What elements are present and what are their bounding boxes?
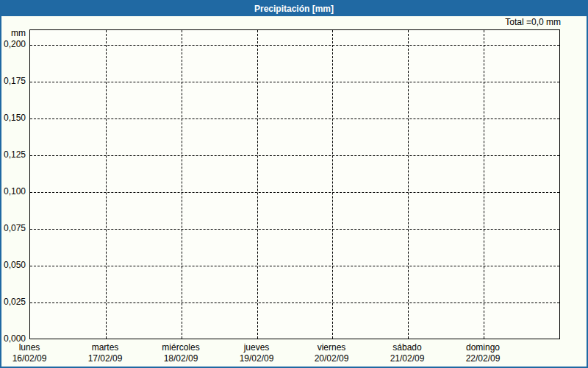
x-gridline <box>332 30 333 339</box>
y-gridline <box>30 82 559 82</box>
chart-title-bar: Precipitación [mm] <box>1 1 587 16</box>
y-gridline <box>30 192 559 193</box>
x-gridline <box>257 30 258 339</box>
x-day-label: sábado <box>390 342 425 353</box>
y-tick-label: 0,075 <box>1 223 27 233</box>
chart-area: Total =0,0 mm mm 0,0000,0250,0500,0750,1… <box>1 16 587 367</box>
x-day-label: viernes <box>315 342 349 353</box>
x-day-label: domingo <box>466 342 501 353</box>
x-gridline <box>182 30 182 339</box>
x-date-label: 20/02/09 <box>315 353 349 364</box>
y-gridline <box>30 155 559 156</box>
y-tick-label: 0,200 <box>1 39 27 49</box>
y-gridline <box>30 229 559 230</box>
y-tick-label: 0,150 <box>1 113 27 123</box>
y-gridline <box>30 266 559 266</box>
total-label: Total =0,0 mm <box>505 17 561 27</box>
x-day-label: jueves <box>240 342 274 353</box>
x-date-label: 21/02/09 <box>390 353 425 364</box>
x-gridline <box>484 30 484 339</box>
x-day-label: miércoles <box>162 342 199 353</box>
x-tick-label: jueves19/02/09 <box>240 341 274 364</box>
y-gridline <box>30 302 559 303</box>
y-tick-label: 0,025 <box>1 297 27 307</box>
plot-area <box>29 29 560 339</box>
x-date-label: 22/02/09 <box>466 353 501 364</box>
y-tick-label: 0,050 <box>1 260 27 270</box>
x-axis: lunes16/02/09martes17/02/09miércoles18/0… <box>29 341 560 366</box>
x-gridline <box>408 30 409 339</box>
x-date-label: 17/02/09 <box>88 353 123 364</box>
chart-title: Precipitación [mm] <box>254 4 334 14</box>
x-day-label: martes <box>88 342 123 353</box>
x-date-label: 16/02/09 <box>12 353 47 364</box>
y-gridline <box>30 45 559 46</box>
x-tick-label: viernes20/02/09 <box>315 341 349 364</box>
x-date-label: 18/02/09 <box>162 353 199 364</box>
y-axis: 0,0000,0250,0500,0750,1000,1250,1500,175… <box>1 29 27 339</box>
x-tick-label: lunes16/02/09 <box>12 341 47 364</box>
x-gridline <box>106 30 107 339</box>
y-tick-label: 0,175 <box>1 76 27 86</box>
y-tick-label: 0,100 <box>1 186 27 197</box>
x-tick-label: domingo22/02/09 <box>466 341 501 364</box>
x-tick-label: miércoles18/02/09 <box>162 341 199 364</box>
x-day-label: lunes <box>12 342 47 353</box>
y-gridline <box>30 118 559 119</box>
chart-window: Precipitación [mm] Total =0,0 mm mm 0,00… <box>0 0 588 368</box>
y-tick-label: 0,125 <box>1 149 27 160</box>
x-tick-label: martes17/02/09 <box>88 341 123 364</box>
x-date-label: 19/02/09 <box>240 353 274 364</box>
x-tick-label: sábado21/02/09 <box>390 341 425 364</box>
